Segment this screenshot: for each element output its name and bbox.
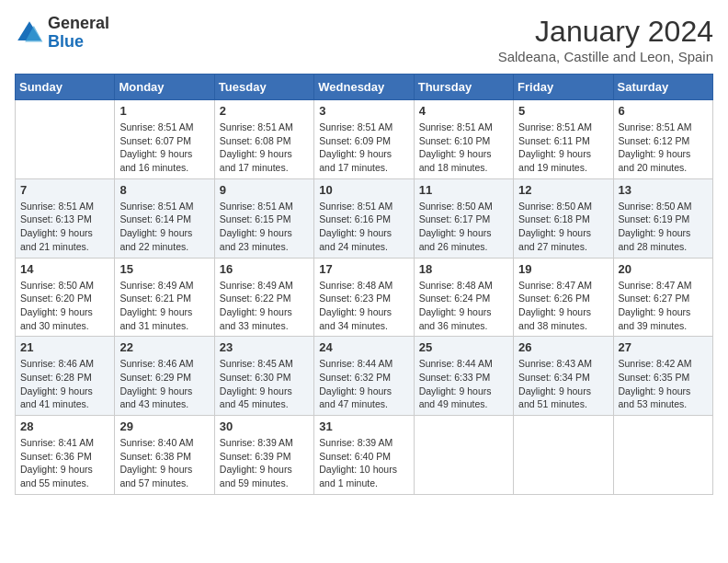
day-info: Sunrise: 8:50 AMSunset: 6:17 PMDaylight:… xyxy=(419,200,508,254)
page-header: General Blue January 2024 Saldeana, Cast… xyxy=(15,15,713,64)
logo-general-text: General xyxy=(48,14,109,32)
calendar-cell: 22Sunrise: 8:46 AMSunset: 6:29 PMDayligh… xyxy=(115,337,214,416)
day-number: 8 xyxy=(119,183,209,197)
logo: General Blue xyxy=(15,15,109,52)
day-info: Sunrise: 8:47 AMSunset: 6:26 PMDaylight:… xyxy=(518,279,608,333)
calendar-cell: 29Sunrise: 8:40 AMSunset: 6:38 PMDayligh… xyxy=(115,416,214,495)
day-header: Monday xyxy=(115,75,214,100)
day-header: Thursday xyxy=(414,75,513,100)
day-info: Sunrise: 8:39 AMSunset: 6:39 PMDaylight:… xyxy=(220,436,309,490)
calendar-cell: 8Sunrise: 8:51 AMSunset: 6:14 PMDaylight… xyxy=(115,178,214,258)
day-number: 15 xyxy=(119,262,209,276)
day-info: Sunrise: 8:50 AMSunset: 6:18 PMDaylight:… xyxy=(518,200,608,254)
day-number: 21 xyxy=(20,340,109,354)
calendar-cell: 30Sunrise: 8:39 AMSunset: 6:39 PMDayligh… xyxy=(214,416,313,495)
day-number: 1 xyxy=(119,104,209,118)
calendar-cell: 26Sunrise: 8:43 AMSunset: 6:34 PMDayligh… xyxy=(514,337,613,416)
location-text: Saldeana, Castille and Leon, Spain xyxy=(498,49,713,64)
day-number: 23 xyxy=(220,340,309,354)
logo-blue-text: Blue xyxy=(48,32,84,51)
day-info: Sunrise: 8:51 AMSunset: 6:15 PMDaylight:… xyxy=(220,200,309,254)
logo-icon xyxy=(15,18,44,48)
day-number: 14 xyxy=(20,262,109,276)
day-number: 22 xyxy=(119,340,209,354)
calendar-cell xyxy=(16,100,115,179)
calendar-week-row: 1Sunrise: 8:51 AMSunset: 6:07 PMDaylight… xyxy=(16,100,713,179)
calendar-cell: 24Sunrise: 8:44 AMSunset: 6:32 PMDayligh… xyxy=(314,337,414,416)
day-info: Sunrise: 8:48 AMSunset: 6:24 PMDaylight:… xyxy=(419,279,508,333)
calendar-cell: 25Sunrise: 8:44 AMSunset: 6:33 PMDayligh… xyxy=(414,337,513,416)
calendar-week-row: 14Sunrise: 8:50 AMSunset: 6:20 PMDayligh… xyxy=(16,258,713,337)
day-number: 6 xyxy=(619,104,708,118)
calendar-cell: 12Sunrise: 8:50 AMSunset: 6:18 PMDayligh… xyxy=(514,178,613,258)
calendar-cell: 9Sunrise: 8:51 AMSunset: 6:15 PMDaylight… xyxy=(214,178,313,258)
day-number: 25 xyxy=(419,340,508,354)
calendar-cell: 21Sunrise: 8:46 AMSunset: 6:28 PMDayligh… xyxy=(16,337,115,416)
day-info: Sunrise: 8:51 AMSunset: 6:10 PMDaylight:… xyxy=(419,121,508,175)
day-number: 12 xyxy=(518,183,608,197)
calendar-cell: 6Sunrise: 8:51 AMSunset: 6:12 PMDaylight… xyxy=(613,100,712,179)
day-info: Sunrise: 8:49 AMSunset: 6:22 PMDaylight:… xyxy=(220,279,309,333)
calendar-cell xyxy=(514,416,613,495)
day-info: Sunrise: 8:43 AMSunset: 6:34 PMDaylight:… xyxy=(518,357,608,411)
calendar-cell: 1Sunrise: 8:51 AMSunset: 6:07 PMDaylight… xyxy=(115,100,214,179)
calendar-cell: 2Sunrise: 8:51 AMSunset: 6:08 PMDaylight… xyxy=(214,100,313,179)
day-info: Sunrise: 8:42 AMSunset: 6:35 PMDaylight:… xyxy=(619,357,708,411)
day-header: Wednesday xyxy=(314,75,414,100)
day-number: 3 xyxy=(319,104,408,118)
calendar-cell: 23Sunrise: 8:45 AMSunset: 6:30 PMDayligh… xyxy=(214,337,313,416)
day-info: Sunrise: 8:44 AMSunset: 6:32 PMDaylight:… xyxy=(319,357,408,411)
calendar-cell: 28Sunrise: 8:41 AMSunset: 6:36 PMDayligh… xyxy=(16,416,115,495)
day-info: Sunrise: 8:46 AMSunset: 6:29 PMDaylight:… xyxy=(119,357,209,411)
day-number: 5 xyxy=(518,104,608,118)
calendar-header-row: SundayMondayTuesdayWednesdayThursdayFrid… xyxy=(16,75,713,100)
calendar-cell: 13Sunrise: 8:50 AMSunset: 6:19 PMDayligh… xyxy=(613,178,712,258)
month-title: January 2024 xyxy=(498,15,713,49)
day-info: Sunrise: 8:49 AMSunset: 6:21 PMDaylight:… xyxy=(119,279,209,333)
calendar-table: SundayMondayTuesdayWednesdayThursdayFrid… xyxy=(15,74,713,495)
day-number: 27 xyxy=(619,340,708,354)
day-info: Sunrise: 8:47 AMSunset: 6:27 PMDaylight:… xyxy=(619,279,708,333)
day-info: Sunrise: 8:39 AMSunset: 6:40 PMDaylight:… xyxy=(319,436,408,490)
day-number: 20 xyxy=(619,262,708,276)
day-info: Sunrise: 8:51 AMSunset: 6:11 PMDaylight:… xyxy=(518,121,608,175)
title-block: January 2024 Saldeana, Castille and Leon… xyxy=(498,15,713,64)
calendar-cell xyxy=(613,416,712,495)
calendar-cell: 3Sunrise: 8:51 AMSunset: 6:09 PMDaylight… xyxy=(314,100,414,179)
day-number: 2 xyxy=(220,104,309,118)
day-number: 9 xyxy=(220,183,309,197)
day-number: 11 xyxy=(419,183,508,197)
day-header: Friday xyxy=(514,75,613,100)
day-info: Sunrise: 8:40 AMSunset: 6:38 PMDaylight:… xyxy=(119,436,209,490)
calendar-cell: 5Sunrise: 8:51 AMSunset: 6:11 PMDaylight… xyxy=(514,100,613,179)
day-number: 18 xyxy=(419,262,508,276)
calendar-cell: 20Sunrise: 8:47 AMSunset: 6:27 PMDayligh… xyxy=(613,258,712,337)
calendar-week-row: 28Sunrise: 8:41 AMSunset: 6:36 PMDayligh… xyxy=(16,416,713,495)
calendar-cell xyxy=(414,416,513,495)
day-header: Sunday xyxy=(16,75,115,100)
day-number: 4 xyxy=(419,104,508,118)
day-number: 30 xyxy=(220,419,309,433)
calendar-cell: 14Sunrise: 8:50 AMSunset: 6:20 PMDayligh… xyxy=(16,258,115,337)
day-info: Sunrise: 8:45 AMSunset: 6:30 PMDaylight:… xyxy=(220,357,309,411)
day-info: Sunrise: 8:51 AMSunset: 6:07 PMDaylight:… xyxy=(119,121,209,175)
calendar-cell: 7Sunrise: 8:51 AMSunset: 6:13 PMDaylight… xyxy=(16,178,115,258)
day-info: Sunrise: 8:51 AMSunset: 6:12 PMDaylight:… xyxy=(619,121,708,175)
calendar-cell: 10Sunrise: 8:51 AMSunset: 6:16 PMDayligh… xyxy=(314,178,414,258)
day-number: 17 xyxy=(319,262,408,276)
day-number: 16 xyxy=(220,262,309,276)
day-info: Sunrise: 8:51 AMSunset: 6:13 PMDaylight:… xyxy=(20,200,109,254)
day-info: Sunrise: 8:51 AMSunset: 6:16 PMDaylight:… xyxy=(319,200,408,254)
calendar-cell: 19Sunrise: 8:47 AMSunset: 6:26 PMDayligh… xyxy=(514,258,613,337)
day-header: Tuesday xyxy=(214,75,313,100)
calendar-cell: 17Sunrise: 8:48 AMSunset: 6:23 PMDayligh… xyxy=(314,258,414,337)
calendar-cell: 11Sunrise: 8:50 AMSunset: 6:17 PMDayligh… xyxy=(414,178,513,258)
day-info: Sunrise: 8:46 AMSunset: 6:28 PMDaylight:… xyxy=(20,357,109,411)
calendar-cell: 4Sunrise: 8:51 AMSunset: 6:10 PMDaylight… xyxy=(414,100,513,179)
day-number: 28 xyxy=(20,419,109,433)
day-info: Sunrise: 8:50 AMSunset: 6:19 PMDaylight:… xyxy=(619,200,708,254)
day-header: Saturday xyxy=(613,75,712,100)
day-info: Sunrise: 8:51 AMSunset: 6:09 PMDaylight:… xyxy=(319,121,408,175)
day-number: 19 xyxy=(518,262,608,276)
day-info: Sunrise: 8:51 AMSunset: 6:08 PMDaylight:… xyxy=(220,121,309,175)
